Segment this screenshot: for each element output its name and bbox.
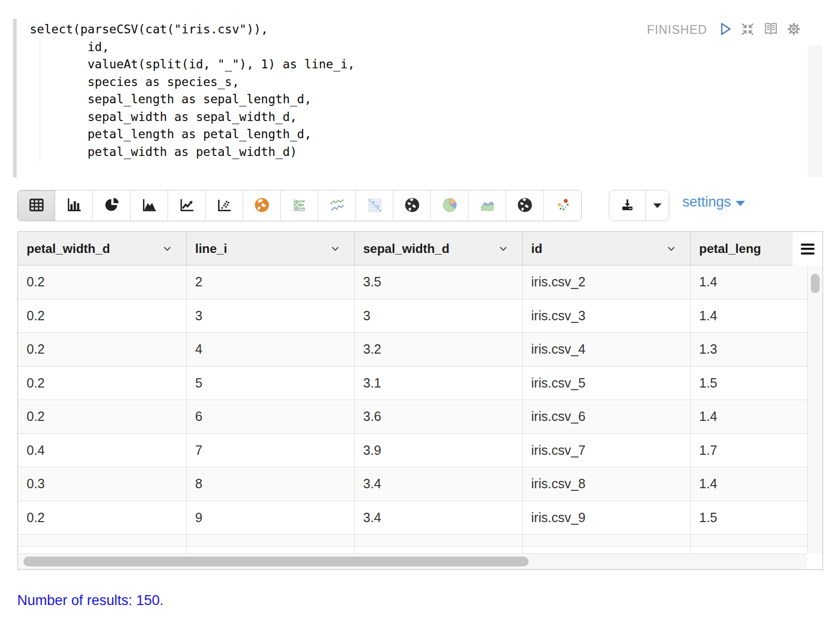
area-colored-icon [478,196,496,215]
table-cell: 5 [186,367,354,400]
table-cell [18,547,186,553]
settings-link[interactable]: settings [682,194,745,210]
table-cell: iris.csv_4 [522,333,690,366]
chart-type-pie-chart-button[interactable] [93,190,130,221]
table-cell: 0.4 [18,434,186,467]
table-cell: iris.csv_2 [522,265,690,299]
table-cell: iris.csv_8 [522,467,690,501]
table-cell: 3.2 [354,333,522,366]
paragraph-drag-bar[interactable] [13,19,17,177]
paragraph-controls [716,21,802,39]
result-table: petal_width_dline_isepal_width_didpetal_… [17,231,823,570]
vertical-scrollbar-thumb[interactable] [811,274,820,293]
table-cell: 1.5 [690,367,807,400]
book-icon [762,20,779,39]
table-cell: 8 [186,467,354,501]
table-cell: 3.6 [354,400,522,433]
code-editor[interactable]: select(parseCSV(cat("iris.csv")), id, va… [30,21,355,161]
download-button[interactable] [609,190,646,221]
chart-type-globe-map-2-button[interactable] [506,190,544,221]
table-row: 0.473.9iris.csv_71.7 [18,434,807,468]
chart-type-table-button[interactable] [18,190,55,221]
table-cell: 9 [186,501,354,535]
table-cell: iris.csv_3 [522,299,690,333]
results-count: Number of results: 150. [17,593,164,609]
column-header-petal_width_d[interactable]: petal_width_d [18,232,186,265]
globe-dark-icon [403,196,421,215]
collapse-button[interactable] [739,21,757,39]
paragraph-settings-button[interactable] [785,21,802,39]
table-cell: 1.4 [690,265,807,299]
chart-type-scatter-colored-button[interactable] [544,190,581,221]
book-button[interactable] [762,21,779,39]
table-cell: 6 [186,400,354,433]
download-icon [619,197,635,214]
table-row: 0.293.4iris.csv_91.5 [18,501,807,535]
chevron-down-icon[interactable] [666,243,677,254]
play-icon [716,20,734,39]
download-options-button[interactable] [646,190,669,221]
table-cell: 3.9 [354,434,522,467]
table-menu-button[interactable] [793,232,822,265]
chart-type-bar-chart-button[interactable] [55,190,93,221]
editor-scrollbar-track[interactable] [808,45,822,177]
table-cell [354,547,522,553]
chart-type-heatmap-button[interactable] [356,190,393,221]
table-row: 0.253.1iris.csv_51.5 [18,367,807,401]
table-cell: iris.csv_5 [522,367,690,400]
column-header-label: sepal_width_d [363,241,449,256]
vertical-scrollbar-track[interactable] [807,265,822,553]
bubble-chart-icon [291,196,308,215]
table-cell: 4 [186,333,354,366]
table-row: 0.223.5iris.csv_21.4 [18,265,807,299]
table-cell [186,547,354,553]
chart-type-globe-map-button[interactable] [393,190,431,221]
paragraph-status: FINISHED [647,23,707,37]
settings-caret-icon [736,201,745,206]
table-header-row: petal_width_dline_isepal_width_didpetal_… [18,232,807,265]
table-cell: 3 [354,299,522,333]
column-header-line_i[interactable]: line_i [186,232,354,265]
table-body: 0.223.5iris.csv_21.40.233iris.csv_31.40.… [18,265,807,535]
table-cell [690,547,807,553]
column-header-label: petal_width_d [27,241,110,256]
chart-type-map-orange-button[interactable] [243,190,281,221]
column-header-petal_leng[interactable]: petal_leng [690,232,807,265]
chevron-down-icon[interactable] [330,243,341,254]
table-cell: 1.5 [690,501,807,535]
table-cell: iris.csv_7 [522,434,690,467]
chart-type-area-colored-button[interactable] [469,190,506,221]
table-cell: 0.2 [18,265,186,299]
table-cell: 1.4 [690,467,807,501]
run-button[interactable] [716,21,734,39]
scatter-colored-icon [554,196,571,215]
horizontal-scrollbar-track[interactable] [18,553,807,569]
pie-chart-icon [103,196,121,215]
chart-type-scatter-chart-button[interactable] [206,190,243,221]
table-row: 0.233iris.csv_31.4 [18,299,807,333]
table-cell [690,535,807,546]
chart-type-bubble-chart-button[interactable] [281,190,318,221]
table-cell: iris.csv_6 [522,400,690,433]
column-header-sepal_width_d[interactable]: sepal_width_d [354,232,522,265]
table-cell [522,535,690,546]
table-cell: 3 [186,299,354,333]
pie-colored-icon [441,196,459,215]
notebook-paragraph: select(parseCSV(cat("iris.csv")), id, va… [0,0,840,628]
scatter-chart-icon [215,196,233,215]
table-cell: 7 [186,434,354,467]
heatmap-icon [366,196,383,215]
chart-type-line-chart-button[interactable] [168,190,206,221]
table-icon [28,196,45,215]
horizontal-scrollbar-thumb[interactable] [23,557,529,566]
table-cell: 3.4 [354,467,522,501]
chevron-down-icon[interactable] [162,243,173,254]
table-cell: 0.2 [18,333,186,366]
table-cell: 1.7 [690,434,807,467]
chart-type-area-chart-button[interactable] [130,190,168,221]
chevron-down-icon[interactable] [498,243,509,254]
chart-type-pie-colored-button[interactable] [431,190,469,221]
column-header-id[interactable]: id [522,232,690,265]
chart-type-multi-line-chart-button[interactable] [318,190,356,221]
table-cell: 0.2 [18,299,186,333]
